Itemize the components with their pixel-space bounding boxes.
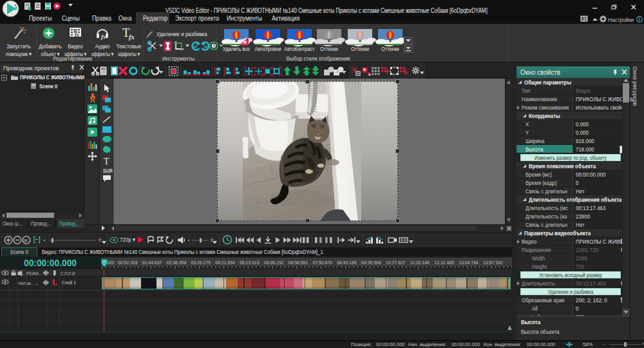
svg-text:fx: fx xyxy=(101,34,106,40)
svg-text:M: M xyxy=(24,238,28,243)
svg-text:T: T xyxy=(104,157,109,166)
svg-text:fx: fx xyxy=(129,34,135,41)
svg-text:90: 90 xyxy=(193,45,197,49)
svg-text:SUB: SUB xyxy=(103,168,113,173)
svg-text:90: 90 xyxy=(204,45,208,49)
svg-text:fx: fx xyxy=(75,32,79,38)
